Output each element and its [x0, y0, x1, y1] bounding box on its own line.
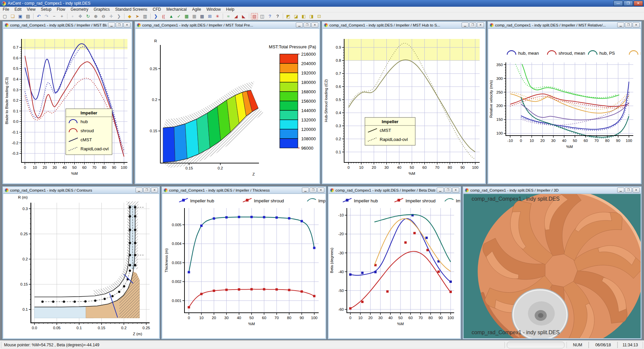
toolbar-rotate-view-button[interactable]: ↻	[85, 13, 92, 19]
toolbar-vane-row-button[interactable]: ▲	[168, 13, 175, 19]
window-mst-blade-to-blade-minimize-button[interactable]: ▁	[108, 22, 115, 28]
window-mst-relative-velocity-restore-button[interactable]: ❐	[625, 22, 632, 28]
toolbar-grow-button[interactable]: ＋	[58, 13, 65, 19]
window-thickness-restore-button[interactable]: ❐	[310, 188, 317, 193]
toolbar-performance-map-button[interactable]: ≈	[225, 13, 232, 19]
toolbar-new-button[interactable]: ▢	[1, 13, 8, 19]
menu-setup[interactable]: Setup	[38, 7, 54, 12]
window-impeller-3d-titlebar[interactable]: comp_rad_Compex1 - indy split.DES / Impe…	[463, 187, 641, 194]
toolbar-active-plot-button[interactable]: ▧	[251, 13, 258, 19]
menu-standard-screens[interactable]: Standard Screens	[112, 7, 150, 12]
window-thickness-close-button[interactable]: ✕	[317, 188, 324, 193]
window-beta-distribution-close-button[interactable]: ✕	[452, 188, 459, 193]
toolbar-plot-layout-3-button[interactable]: ◧	[300, 13, 307, 19]
toolbar-zoom-out-button[interactable]: ⊖	[100, 13, 107, 19]
window-mst-total-pressure-close-button[interactable]: ✕	[311, 22, 318, 28]
toolbar-data-grid-button[interactable]: ⊞	[206, 13, 213, 19]
window-impeller-3d-close-button[interactable]: ✕	[633, 188, 640, 193]
menu-flow[interactable]: Flow	[54, 7, 68, 12]
contours-chart[interactable]: 0.00.050.10.150.20.250.30.250.20.150.1Z …	[3, 194, 159, 338]
window-contours-minimize-button[interactable]: ▁	[136, 188, 143, 193]
toolbar-blade-red-button[interactable]: ◢	[232, 13, 239, 19]
window-mst-blade-to-blade-close-button[interactable]: ✕	[123, 22, 130, 28]
window-mst-hub-to-shroud-minimize-button[interactable]: ▁	[462, 22, 469, 28]
window-mst-blade-to-blade-restore-button[interactable]: ❐	[116, 22, 123, 28]
toolbar-mesh-gray-button[interactable]: ▦	[191, 13, 198, 19]
window-mst-relative-velocity-minimize-button[interactable]: ▁	[617, 22, 624, 28]
toolbar-copy-plot-button[interactable]: ◫	[259, 13, 266, 19]
mst-blade-to-blade-chart[interactable]: 01020304050607080901000.70.60.50.40.30.2…	[3, 29, 131, 183]
toolbar-geometry-button[interactable]: ◆	[126, 13, 133, 19]
toolbar-undo-button[interactable]: ↶	[35, 13, 42, 19]
toolbar-help-button[interactable]: ?	[266, 13, 273, 19]
menu-file[interactable]: File	[0, 7, 12, 12]
toolbar-save-button[interactable]: ▣	[17, 13, 24, 19]
toolbar-plot-layout-2-button[interactable]: ◪	[292, 13, 300, 19]
svg-text:60: 60	[584, 139, 588, 143]
menu-agile[interactable]: Agile	[190, 7, 204, 12]
menu-graphics[interactable]: Graphics	[91, 7, 112, 12]
toolbar-curvature-button[interactable]: ((	[160, 13, 167, 19]
toolbar-solid-3d-button[interactable]: ▩	[199, 13, 206, 19]
toolbar-export-curve-button[interactable]: ➤	[134, 13, 141, 19]
menu-geometry[interactable]: Geometry	[68, 7, 91, 12]
toolbar-pick-angle-button[interactable]: ❯	[115, 13, 122, 19]
toolbar-report-button[interactable]: ▥	[142, 13, 149, 19]
toolbar-plot-layout-4-button[interactable]: ◨	[308, 13, 315, 19]
svg-text:0.15: 0.15	[185, 166, 193, 170]
toolbar-plot-layout-1-button[interactable]: ◩	[285, 13, 292, 19]
app-maximize-button[interactable]: ❐	[624, 1, 633, 6]
toolbar-print-button[interactable]: ▤	[24, 13, 32, 19]
window-contours-close-button[interactable]: ✕	[151, 188, 158, 193]
toolbar-redo-button[interactable]: ↷	[43, 13, 50, 19]
toolbar-open-button[interactable]: ❏	[9, 13, 16, 19]
window-impeller-3d-restore-button[interactable]: ❐	[625, 188, 632, 193]
app-titlebar: AxCent - comp_rad_Compex1 - indy split.D…	[0, 0, 644, 7]
menu-window[interactable]: Window	[204, 7, 223, 12]
window-contours-restore-button[interactable]: ❐	[143, 188, 150, 193]
toolbar-impact-button[interactable]: ✳	[214, 13, 221, 19]
thickness-chart[interactable]: 01020304050607080901000.0050.0040.0030.0…	[162, 194, 325, 338]
toolbar-plot-layout-5-button[interactable]: ⊡	[316, 13, 323, 19]
toolbar-mesh-3d-button[interactable]: ▦	[183, 13, 190, 19]
window-mst-relative-velocity-titlebar[interactable]: comp_rad_Compex1 - indy split.DES / Impe…	[488, 22, 641, 29]
toolbar-pan-button[interactable]: ✥	[77, 13, 84, 19]
window-mst-total-pressure-titlebar[interactable]: comp_rad_Compex1 - indy split.DES / Impe…	[135, 22, 320, 29]
window-mst-hub-to-shroud-restore-button[interactable]: ❐	[469, 22, 476, 28]
menu-help[interactable]: Help	[223, 7, 237, 12]
mst-total-pressure-chart[interactable]: 0.150.20.250.20.15ZRMST:Total Pressure (…	[136, 29, 319, 183]
toolbar-blade-red-2-button[interactable]: ◣	[240, 13, 247, 19]
toolbar-zoom-in-button[interactable]: ⊕	[92, 13, 99, 19]
toolbar-box-select-button[interactable]: ▫	[69, 13, 76, 19]
svg-text:Thickness (m): Thickness (m)	[164, 248, 168, 272]
window-impeller-3d-minimize-button[interactable]: ▁	[617, 188, 624, 193]
window-thickness-minimize-button[interactable]: ▁	[302, 188, 309, 193]
toolbar-center-view-button[interactable]: ✛	[108, 13, 115, 19]
window-mst-blade-to-blade-titlebar[interactable]: comp_rad_Compex1 - indy split.DES / Impe…	[3, 22, 132, 29]
impeller-3d-chart[interactable]	[464, 194, 641, 338]
window-mst-hub-to-shroud-close-button[interactable]: ✕	[477, 22, 484, 28]
toolbar-blade-profile-button[interactable]: ❯	[152, 13, 159, 19]
window-contours-titlebar[interactable]: comp_rad_Compex1 - indy split.DES / Cont…	[3, 187, 159, 194]
window-mst-hub-to-shroud-titlebar[interactable]: comp_rad_Compex1 - indy split.DES / Impe…	[322, 22, 485, 29]
menu-cfd[interactable]: CFD	[150, 7, 164, 12]
mst-hub-to-shroud-chart[interactable]: 01020304050607080901000.90.80.70.60.50.4…	[323, 29, 485, 183]
window-mst-total-pressure-restore-button[interactable]: ❐	[304, 22, 311, 28]
menu-mechanical[interactable]: Mechanical	[164, 7, 190, 12]
window-beta-distribution-restore-button[interactable]: ❐	[444, 188, 451, 193]
window-mst-total-pressure-minimize-button[interactable]: ▁	[296, 22, 303, 28]
toolbar-context-help-button[interactable]: ?	[274, 13, 281, 19]
window-thickness-titlebar[interactable]: comp_rad_Compex1 - indy split.DES / Impe…	[162, 187, 326, 194]
mst-relative-velocity-chart[interactable]: -100102030405060708090100350300250200150…	[488, 29, 641, 183]
window-beta-distribution-titlebar[interactable]: comp_rad_Compex1 - indy split.DES / Impe…	[328, 187, 461, 194]
app-close-button[interactable]: ✕	[634, 1, 643, 6]
window-mst-relative-velocity-close-button[interactable]: ✕	[633, 22, 640, 28]
menu-edit[interactable]: Edit	[12, 7, 24, 12]
toolbar-shrink-button[interactable]: −	[51, 13, 58, 19]
beta-distribution-chart[interactable]: 0102030405060708090100-10-20-30-40-50-60…	[329, 194, 460, 338]
svg-text:-60: -60	[338, 307, 344, 311]
window-beta-distribution-minimize-button[interactable]: ▁	[437, 188, 444, 193]
menu-view[interactable]: View	[24, 7, 38, 12]
app-minimize-button[interactable]: —	[613, 1, 623, 6]
toolbar-check-button[interactable]: ✓	[175, 13, 182, 19]
